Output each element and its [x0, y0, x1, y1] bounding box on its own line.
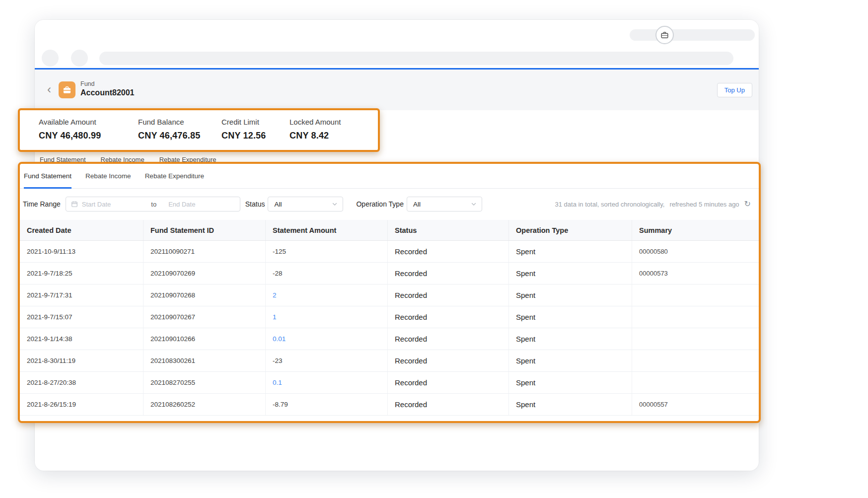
cell-id: 202108270255: [144, 372, 266, 393]
cell-amount[interactable]: 0.01: [266, 328, 388, 350]
wallet-icon: [660, 31, 669, 39]
stat-value: CNY 8.42: [289, 131, 341, 141]
panel-tabs: Fund StatementRebate IncomeRebate Expend…: [20, 164, 759, 189]
top-up-button[interactable]: Top Up: [717, 83, 752, 97]
refreshed-text: refreshed 5 minutes ago: [669, 201, 739, 208]
browser-nav-button[interactable]: [71, 50, 88, 67]
cell-id: 202108260252: [144, 394, 266, 415]
table-row: 2021-8-26/15:19202108260252-8.79Recorded…: [20, 394, 759, 416]
status-select[interactable]: All: [268, 197, 343, 212]
cell-status: Recorded: [388, 285, 509, 306]
app-label: Fund: [80, 80, 95, 87]
table-row: 2021-9-7/17:312021090702682RecordedSpent: [20, 285, 759, 306]
column-header: Statement Amount: [266, 220, 388, 240]
cell-amount: -8.79: [266, 394, 388, 415]
toolbar-pill: [630, 29, 755, 41]
date-range-input[interactable]: Start Date to End Date: [66, 197, 240, 212]
cell-operation: Spent: [509, 372, 632, 393]
calendar-icon: [71, 201, 78, 208]
stat-item: Locked AmountCNY 8.42: [289, 118, 341, 150]
table-header: Created DateFund Statement IDStatement A…: [20, 220, 759, 241]
filter-bar: Time Range Start Date to End Date Status…: [20, 197, 759, 212]
stat-value: CNY 46,476.85: [138, 131, 221, 141]
cell-amount[interactable]: 0.1: [266, 372, 388, 393]
column-header: Status: [388, 220, 509, 240]
time-range-label: Time Range: [23, 200, 61, 208]
cell-id: 202109010266: [144, 328, 266, 350]
operation-type-label: Operation Type: [356, 200, 403, 208]
table-row: 2021-10-9/11:13202110090271-125RecordedS…: [20, 241, 759, 263]
stats-highlight-annotation: Available AmountCNY 46,480.99Fund Balanc…: [18, 108, 380, 152]
end-date-placeholder[interactable]: End Date: [168, 201, 235, 208]
column-header: Summary: [632, 220, 759, 240]
table-row: 2021-8-30/11:19202108300261-23RecordedSp…: [20, 350, 759, 372]
cell-id: 202109070268: [144, 285, 266, 306]
cell-status: Recorded: [388, 350, 509, 371]
cell-created: 2021-8-26/15:19: [20, 394, 144, 415]
cell-status: Recorded: [388, 306, 509, 328]
cell-created: 2021-9-7/15:07: [20, 306, 144, 328]
cell-status: Recorded: [388, 372, 509, 393]
cell-summary: [632, 328, 759, 350]
cell-created: 2021-8-27/20:38: [20, 372, 144, 393]
cell-operation: Spent: [509, 285, 632, 306]
operation-type-select[interactable]: All: [407, 197, 482, 212]
cell-created: 2021-8-30/11:19: [20, 350, 144, 371]
cell-amount[interactable]: 1: [266, 306, 388, 328]
cell-id: 202108300261: [144, 350, 266, 371]
stat-value: CNY 46,480.99: [39, 131, 138, 141]
status-label: Status: [245, 200, 265, 208]
cell-id: 202109070267: [144, 306, 266, 328]
column-header: Operation Type: [509, 220, 632, 240]
cell-id: 202110090271: [144, 241, 266, 262]
cell-summary: [632, 372, 759, 393]
panel-highlight-annotation: Fund StatementRebate IncomeRebate Expend…: [18, 162, 761, 423]
account-title: Account82001: [80, 88, 135, 97]
cell-status: Recorded: [388, 263, 509, 284]
fund-statement-table: Created DateFund Statement IDStatement A…: [20, 220, 759, 416]
cell-operation: Spent: [509, 394, 632, 415]
cell-id: 202109070269: [144, 263, 266, 284]
refresh-icon[interactable]: ↻: [744, 200, 751, 208]
cell-status: Recorded: [388, 394, 509, 415]
cell-operation: Spent: [509, 328, 632, 350]
stat-label: Fund Balance: [138, 118, 221, 126]
cell-operation: Spent: [509, 263, 632, 284]
cell-amount: -23: [266, 350, 388, 371]
tab-rebate-expenditure[interactable]: Rebate Expenditure: [145, 164, 204, 188]
cell-amount[interactable]: 2: [266, 285, 388, 306]
stat-value: CNY 12.56: [221, 131, 289, 141]
cell-summary: [632, 350, 759, 371]
cell-summary: 00000580: [632, 241, 759, 262]
date-range-to-label: to: [151, 201, 156, 208]
chevron-down-icon: [332, 201, 338, 207]
stat-item: Fund BalanceCNY 46,476.85: [138, 118, 221, 150]
status-select-value: All: [274, 201, 282, 208]
stat-item: Available AmountCNY 46,480.99: [39, 118, 138, 150]
cell-created: 2021-10-9/11:13: [20, 241, 144, 262]
cell-status: Recorded: [388, 241, 509, 262]
stat-label: Credit Limit: [221, 118, 289, 126]
fund-app-icon: [59, 81, 75, 98]
table-row: 2021-8-27/20:382021082702550.1RecordedSp…: [20, 372, 759, 394]
cell-operation: Spent: [509, 241, 632, 262]
operation-type-select-value: All: [413, 201, 421, 208]
address-bar[interactable]: [99, 52, 733, 65]
table-body: 2021-10-9/11:13202110090271-125RecordedS…: [20, 241, 759, 416]
cell-amount: -125: [266, 241, 388, 262]
browser-nav-button[interactable]: [42, 50, 59, 67]
cell-status: Recorded: [388, 328, 509, 350]
cell-created: 2021-9-1/14:38: [20, 328, 144, 350]
table-row: 2021-9-1/14:382021090102660.01RecordedSp…: [20, 328, 759, 350]
column-header: Fund Statement ID: [144, 220, 266, 240]
tab-rebate-income[interactable]: Rebate Income: [85, 164, 131, 188]
back-chevron-icon[interactable]: ‹: [44, 81, 55, 98]
tab-fund-statement[interactable]: Fund Statement: [24, 164, 72, 188]
start-date-placeholder[interactable]: Start Date: [82, 201, 148, 208]
table-row: 2021-9-7/15:072021090702671RecordedSpent: [20, 306, 759, 328]
cell-operation: Spent: [509, 306, 632, 328]
column-header: Created Date: [20, 220, 144, 240]
table-row: 2021-9-7/18:25202109070269-28RecordedSpe…: [20, 263, 759, 285]
wallet-toolbar-button[interactable]: [655, 26, 674, 44]
chevron-down-icon: [471, 201, 477, 207]
